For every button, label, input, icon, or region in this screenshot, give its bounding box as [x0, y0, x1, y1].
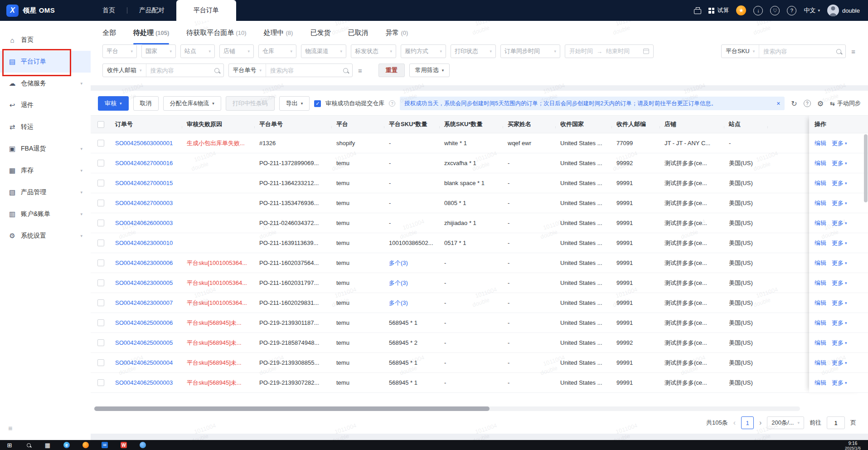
date-range-picker[interactable]: 开始时间 → 结束时间: [565, 44, 654, 58]
close-icon[interactable]: ×: [776, 100, 780, 107]
tab-pending[interactable]: 待处理(105): [133, 21, 169, 44]
taskbar-clock[interactable]: 9:16 2025/1/6: [845, 440, 868, 450]
refresh-icon[interactable]: ↻: [791, 99, 797, 108]
current-page[interactable]: 1: [741, 416, 754, 429]
filter-settings-icon[interactable]: ≡: [850, 48, 856, 55]
edit-button[interactable]: 编辑: [815, 359, 826, 367]
cell-order_no[interactable]: SO004240627000003: [111, 200, 182, 206]
tab-all[interactable]: 全部: [102, 21, 116, 44]
user-menu[interactable]: double: [827, 5, 860, 16]
edit-button[interactable]: 编辑: [815, 219, 826, 227]
search-icon[interactable]: [19, 440, 38, 450]
goto-page-input[interactable]: [827, 416, 845, 429]
more-button[interactable]: 更多▾: [832, 259, 847, 267]
cell-order_no[interactable]: SO004240623000005: [111, 279, 182, 286]
edit-button[interactable]: 编辑: [815, 339, 826, 347]
cell-order_no[interactable]: SO004240625000006: [111, 319, 182, 326]
sidebar-item-transfer[interactable]: ⇄转运: [0, 116, 91, 138]
more-button[interactable]: 更多▾: [832, 179, 847, 187]
cell-order_no[interactable]: SO004240625000004: [111, 359, 182, 366]
vertical-scrollbar[interactable]: [864, 134, 868, 202]
filter-select-2[interactable]: 站点▾: [180, 44, 215, 58]
promo-icon[interactable]: ★: [736, 5, 746, 15]
row-checkbox[interactable]: [97, 220, 104, 226]
edit-button[interactable]: 编辑: [815, 239, 826, 247]
cell-order_no[interactable]: SO004250603000001: [111, 140, 182, 147]
filter-select-6[interactable]: 标发状态▾: [351, 44, 396, 58]
filter-select-7[interactable]: 履约方式▾: [401, 44, 446, 58]
audit-button[interactable]: 审核 ▾: [98, 96, 129, 111]
firefox-icon[interactable]: [76, 440, 95, 450]
edge-icon[interactable]: e: [57, 440, 76, 450]
sidebar-item-inventory[interactable]: ▦库存▾: [0, 160, 91, 181]
row-checkbox[interactable]: [97, 299, 104, 306]
start-icon[interactable]: ⊞: [0, 440, 19, 450]
platform-no-search-input[interactable]: [266, 64, 343, 77]
sidebar-item-product-management[interactable]: ▧产品管理▾: [0, 181, 91, 203]
more-button[interactable]: 更多▾: [832, 159, 847, 167]
filter-select-0[interactable]: 平台▾: [102, 44, 137, 58]
row-checkbox[interactable]: [97, 259, 104, 266]
printer-icon[interactable]: [694, 9, 701, 14]
cancel-button[interactable]: 取消: [133, 96, 159, 111]
common-filters-button[interactable]: 常用筛选 ▾: [409, 64, 450, 77]
nav-item-home[interactable]: 首页: [91, 0, 127, 21]
sidebar-item-home[interactable]: ⌂首页: [0, 29, 91, 51]
cell-platform_sku[interactable]: 多个(3): [384, 279, 440, 287]
search-icon[interactable]: [343, 68, 348, 73]
more-button[interactable]: 更多▾: [832, 279, 847, 287]
export-button[interactable]: 导出 ▾: [279, 96, 310, 111]
filter-settings-icon[interactable]: ≡: [357, 67, 363, 74]
row-checkbox[interactable]: [97, 359, 104, 366]
row-checkbox[interactable]: [97, 339, 104, 346]
print-neutral-barcode-button[interactable]: 打印中性条码: [226, 96, 275, 111]
sidebar-item-platform-orders[interactable]: ▤平台订单: [0, 51, 91, 73]
manual-sync-button[interactable]: ⇆ 手动同步: [830, 99, 861, 108]
sidebar-item-system-settings[interactable]: ⚙系统设置▾: [0, 225, 91, 247]
horizontal-scrollbar-thumb[interactable]: [94, 406, 490, 411]
cell-order_no[interactable]: SO004240623000010: [111, 240, 182, 246]
info-icon[interactable]: ?: [389, 100, 395, 107]
edit-button[interactable]: 编辑: [815, 179, 826, 187]
filter-select-3[interactable]: 店铺▾: [219, 44, 254, 58]
cell-order_no[interactable]: SO004240626000003: [111, 220, 182, 226]
edit-button[interactable]: 编辑: [815, 279, 826, 287]
cell-order_no[interactable]: SO004240623000006: [111, 259, 182, 266]
filter-select-4[interactable]: 仓库▾: [258, 44, 296, 58]
help-icon[interactable]: ?: [804, 100, 811, 107]
cell-platform_sku[interactable]: 多个(3): [384, 299, 440, 307]
filter-select-1[interactable]: 国家▾: [141, 44, 176, 58]
nav-item-product-pairing[interactable]: 产品配对: [127, 0, 176, 21]
edit-button[interactable]: 编辑: [815, 259, 826, 267]
select-all-checkbox[interactable]: [97, 121, 104, 128]
edit-button[interactable]: 编辑: [815, 299, 826, 307]
row-checkbox[interactable]: [97, 379, 104, 386]
more-button[interactable]: 更多▾: [832, 319, 847, 327]
sidebar-item-fba-returns[interactable]: ▣FBA退货▾: [0, 138, 91, 160]
sidebar-item-returns[interactable]: ↩退件: [0, 94, 91, 116]
row-checkbox[interactable]: [97, 200, 104, 206]
row-checkbox[interactable]: [97, 279, 104, 286]
more-button[interactable]: 更多▾: [832, 359, 847, 367]
cell-order_no[interactable]: SO004240623000007: [111, 299, 182, 306]
edit-button[interactable]: 编辑: [815, 199, 826, 207]
search-icon[interactable]: [214, 68, 219, 73]
email-search-input[interactable]: [146, 64, 214, 77]
edit-button[interactable]: 编辑: [815, 379, 826, 387]
edit-button[interactable]: 编辑: [815, 319, 826, 327]
sku-search-input[interactable]: [759, 45, 836, 58]
tab-cancelled[interactable]: 已取消: [348, 21, 368, 44]
platform-no-field-select[interactable]: 平台单号 ▾: [229, 64, 267, 77]
nav-item-platform-orders[interactable]: 平台订单: [176, 0, 236, 21]
row-checkbox[interactable]: [97, 180, 104, 186]
next-page-icon[interactable]: ›: [759, 419, 761, 427]
tab-processing[interactable]: 处理中(8): [263, 21, 293, 44]
sidebar-collapse-icon[interactable]: ≡: [8, 425, 12, 433]
row-checkbox[interactable]: [97, 319, 104, 326]
cell-order_no[interactable]: SO004240625000003: [111, 379, 182, 386]
more-button[interactable]: 更多▾: [832, 199, 847, 207]
trial-calc-button[interactable]: 试算: [708, 6, 729, 15]
sidebar-item-warehouse-service[interactable]: ☁仓储服务▾: [0, 73, 91, 94]
language-switcher[interactable]: 中文 ▾: [804, 6, 820, 15]
more-button[interactable]: 更多▾: [832, 339, 847, 347]
